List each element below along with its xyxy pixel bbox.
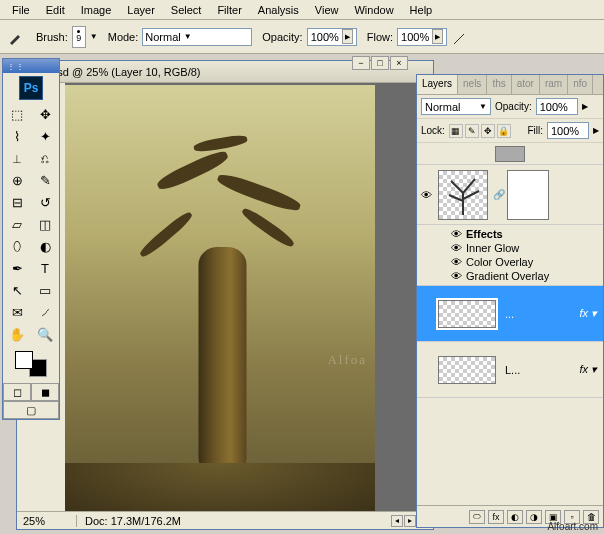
lasso-tool[interactable]: ⌇ [3, 125, 31, 147]
eye-icon[interactable]: 👁 [451, 228, 462, 240]
adjustment-layer-icon[interactable]: ◑ [526, 510, 542, 524]
close-icon[interactable]: × [390, 56, 408, 70]
wand-tool[interactable]: ✦ [31, 125, 59, 147]
color-swatches[interactable] [3, 345, 59, 383]
gradient-tool[interactable]: ◫ [31, 213, 59, 235]
brush-tool[interactable]: ✎ [31, 169, 59, 191]
eraser-tool[interactable]: ▱ [3, 213, 31, 235]
fx-badge[interactable]: fx ▾ [579, 307, 597, 320]
layer-thumb[interactable] [438, 300, 496, 328]
menu-filter[interactable]: Filter [209, 1, 249, 19]
path-select-tool[interactable]: ↖ [3, 279, 31, 301]
layer-mask[interactable] [507, 170, 549, 220]
blend-mode-select[interactable]: Normal▼ [142, 28, 252, 46]
arrow-icon[interactable]: ▶ [582, 102, 588, 111]
menu-edit[interactable]: Edit [38, 1, 73, 19]
layer-name[interactable]: L... [505, 364, 520, 376]
zoom-tool[interactable]: 🔍 [31, 323, 59, 345]
notes-tool[interactable]: ✉ [3, 301, 31, 323]
quickmask-mode-icon[interactable]: ◼ [31, 383, 59, 401]
menu-analysis[interactable]: Analysis [250, 1, 307, 19]
stamp-tool[interactable]: ⊟ [3, 191, 31, 213]
menu-window[interactable]: Window [346, 1, 401, 19]
menu-select[interactable]: Select [163, 1, 210, 19]
menu-help[interactable]: Help [402, 1, 441, 19]
eye-icon[interactable]: 👁 [451, 242, 462, 254]
menu-image[interactable]: Image [73, 1, 120, 19]
canvas[interactable]: Alfoa [65, 85, 375, 511]
menu-layer[interactable]: Layer [119, 1, 163, 19]
crop-tool[interactable]: ⟂ [3, 147, 31, 169]
eye-icon[interactable]: 👁 [451, 270, 462, 282]
fx-item[interactable]: Gradient Overlay [466, 270, 549, 282]
brush-preset-picker[interactable]: 9 [72, 26, 86, 48]
tab-histogram[interactable]: ram [540, 75, 568, 94]
doc-info[interactable]: Doc: 17.3M/176.2M [77, 515, 189, 527]
slice-tool[interactable]: ⎌ [31, 147, 59, 169]
tab-channels[interactable]: nels [458, 75, 487, 94]
tab-navigator[interactable]: ator [512, 75, 540, 94]
tab-layers[interactable]: Layers [417, 75, 458, 94]
arrow-icon[interactable]: ▶ [593, 126, 599, 135]
zoom-field[interactable]: 25% [17, 515, 77, 527]
history-brush-tool[interactable]: ↺ [31, 191, 59, 213]
dodge-tool[interactable]: ◐ [31, 235, 59, 257]
lock-all-icon[interactable]: 🔒 [497, 124, 511, 138]
layer-thumb[interactable] [495, 146, 525, 162]
eye-icon[interactable]: 👁 [451, 256, 462, 268]
lock-transparency-icon[interactable]: ▦ [449, 124, 463, 138]
type-tool[interactable]: T [31, 257, 59, 279]
tools-header[interactable]: ⋮⋮ [3, 59, 59, 73]
pen-tool[interactable]: ✒ [3, 257, 31, 279]
opacity-arrow-icon[interactable]: ▶ [342, 29, 353, 44]
layer-item-selected[interactable]: ... fx ▾ [417, 286, 603, 342]
foreground-color[interactable] [15, 351, 33, 369]
layer-item[interactable]: 👁 🔗 [417, 165, 603, 225]
fx-item[interactable]: Color Overlay [466, 256, 533, 268]
lock-pixels-icon[interactable]: ✎ [465, 124, 479, 138]
move-tool[interactable]: ✥ [31, 103, 59, 125]
opacity-input[interactable]: 100%▶ [307, 28, 357, 46]
brand-watermark: Alfoart.com [547, 521, 598, 532]
layer-blend-mode[interactable]: Normal▼ [421, 98, 491, 115]
layer-opacity-input[interactable]: 100% [536, 98, 578, 115]
minimize-icon[interactable]: − [352, 56, 370, 70]
brush-tool-icon[interactable] [6, 27, 26, 47]
layer-list[interactable]: 👁 🔗 👁Effects 👁Inner Glow 👁Color Overlay … [417, 143, 603, 503]
canvas-area[interactable]: Alfoa [65, 83, 429, 511]
panel-tabs: Layers nels ths ator ram nfo [417, 75, 603, 95]
tab-info[interactable]: nfo [568, 75, 593, 94]
menu-view[interactable]: View [307, 1, 347, 19]
layer-name[interactable]: ... [505, 308, 514, 320]
layer-mask-icon[interactable]: ◐ [507, 510, 523, 524]
link-layers-icon[interactable]: ⬭ [469, 510, 485, 524]
fx-item[interactable]: Inner Glow [466, 242, 519, 254]
lock-position-icon[interactable]: ✥ [481, 124, 495, 138]
standard-mode-icon[interactable]: ◻ [3, 383, 31, 401]
shape-tool[interactable]: ▭ [31, 279, 59, 301]
layer-style-icon[interactable]: fx [488, 510, 504, 524]
hand-tool[interactable]: ✋ [3, 323, 31, 345]
flow-input[interactable]: 100%▶ [397, 28, 447, 46]
link-icon[interactable]: 🔗 [493, 189, 505, 200]
layer-thumb[interactable] [438, 170, 488, 220]
menu-file[interactable]: File [4, 1, 38, 19]
layer-thumb[interactable] [438, 356, 496, 384]
flow-arrow-icon[interactable]: ▶ [432, 29, 443, 44]
scroll-left-icon[interactable]: ◂ [391, 515, 403, 527]
blur-tool[interactable]: ⬯ [3, 235, 31, 257]
scroll-right-icon[interactable]: ▸ [404, 515, 416, 527]
screen-mode-icon[interactable]: ▢ [3, 401, 59, 419]
maximize-icon[interactable]: □ [371, 56, 389, 70]
brush-dropdown-icon[interactable]: ▼ [90, 32, 98, 41]
eyedropper-tool[interactable]: ⟋ [31, 301, 59, 323]
marquee-tool[interactable]: ⬚ [3, 103, 31, 125]
layer-item[interactable] [417, 143, 603, 165]
tab-paths[interactable]: ths [487, 75, 511, 94]
heal-tool[interactable]: ⊕ [3, 169, 31, 191]
layer-fill-input[interactable]: 100% [547, 122, 589, 139]
airbrush-icon[interactable] [451, 27, 471, 47]
layer-item[interactable]: L... fx ▾ [417, 342, 603, 398]
visibility-toggle[interactable]: 👁 [417, 189, 435, 201]
fx-badge[interactable]: fx ▾ [579, 363, 597, 376]
